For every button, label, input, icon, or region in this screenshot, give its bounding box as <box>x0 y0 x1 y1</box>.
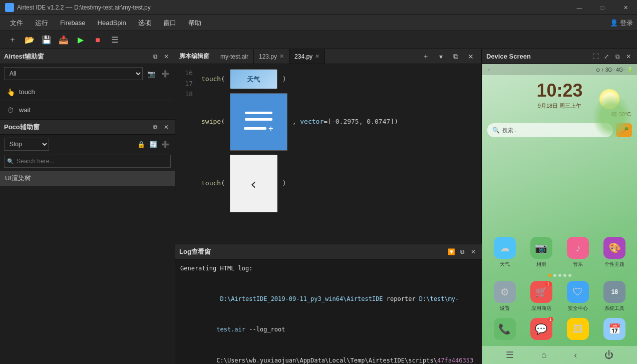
poco-search-wrap: 🔍 <box>4 155 171 168</box>
save-as-button[interactable]: 📥 <box>56 33 71 47</box>
airtest-add-btn[interactable]: ➕ <box>160 68 171 79</box>
phone-app-phone[interactable]: 📞 <box>491 318 518 342</box>
poco-refresh-btn[interactable]: 🔄 <box>148 139 159 150</box>
menu-headspin[interactable]: HeadSpin <box>92 17 132 29</box>
tab-my-test-air[interactable]: my-test.air <box>215 49 254 64</box>
phone-status-left: ··· <box>486 67 490 73</box>
poco-helper-close[interactable]: ✕ <box>162 123 171 132</box>
menu-options[interactable]: 选项 <box>132 17 157 30</box>
notification-badge: 1 <box>545 281 552 286</box>
device-screen-header: Device Screen ⛶ ⤢ ⧉ ✕ <box>482 49 637 64</box>
editor-restore[interactable]: ⧉ <box>449 50 462 63</box>
code-line-18: touch( ‹ ) <box>201 154 475 213</box>
album-app-icon: 📷 <box>530 237 552 259</box>
menu-file[interactable]: 文件 <box>4 17 29 30</box>
editor-close[interactable]: ✕ <box>464 50 477 63</box>
airtest-wait-item[interactable]: ⏱ wait <box>0 101 175 119</box>
minimize-button[interactable]: — <box>568 0 591 15</box>
nav-home-icon[interactable]: ⌂ <box>541 350 547 360</box>
nav-menu-icon[interactable]: ☰ <box>506 349 514 360</box>
phone-app-settings[interactable]: ⚙ 设置 <box>491 281 518 312</box>
script-editor-panel: 脚本编辑窗 my-test.air 123.py ✕ 234.py ✕ ＋ <box>175 49 482 244</box>
log-filter-btn[interactable]: 🔽 <box>447 247 456 256</box>
airtest-helper-controls: ⧉ ✕ <box>151 52 171 61</box>
device-screen-title: Device Screen <box>486 53 531 60</box>
phone-app-cal[interactable]: 📅 <box>601 318 628 342</box>
close-button[interactable]: ✕ <box>614 0 637 15</box>
code-content[interactable]: touch( 天气 ) swipe( <box>195 64 481 244</box>
login-label[interactable]: 登录 <box>620 19 633 28</box>
phone-apps-row3: 📞 💬 1 🖼 📅 <box>482 316 637 346</box>
phone-plant <box>592 94 632 139</box>
device-fullscreen-btn[interactable]: ⛶ <box>591 52 600 61</box>
poco-helper-restore[interactable]: ⧉ <box>151 123 160 132</box>
tab-123py-close[interactable]: ✕ <box>279 53 284 60</box>
page-indicator <box>482 274 637 277</box>
airtest-touch-item[interactable]: 👆 touch <box>0 83 175 101</box>
maximize-button[interactable]: □ <box>591 0 614 15</box>
device-screen-content: ··· ⊙ ↑ 3G·· 4G·· 🔋 10:23 9月18日 周三上午 晴 3… <box>482 64 637 364</box>
nav-back-icon[interactable]: ‹ <box>574 350 577 360</box>
screenshot-weather: 天气 <box>230 69 277 89</box>
airtest-helper-restore[interactable]: ⧉ <box>151 52 160 61</box>
search-icon-phone: 🔍 <box>492 127 500 134</box>
poco-helper-panel: Poco辅助窗 ⧉ ✕ Stop 🔒 🔄 ➕ 🔍 <box>0 120 175 364</box>
poco-mode-select[interactable]: Stop <box>4 138 49 151</box>
poco-lock-btn[interactable]: 🔒 <box>136 139 147 150</box>
touch-label: touch <box>19 88 35 96</box>
device-restore-btn[interactable]: ⧉ <box>613 52 622 61</box>
device-screen-panel: Device Screen ⛶ ⤢ ⧉ ✕ ··· ⊙ ↑ 3G·· 4G·· … <box>482 49 637 364</box>
line-numbers: 161718 <box>175 64 195 244</box>
weather-app-icon: ☁ <box>494 237 516 259</box>
tools-app-icon: 18 <box>603 281 625 303</box>
phone-app-theme[interactable]: 🎨 个性主题 <box>601 237 628 268</box>
toolbar: ＋ 📂 💾 📥 ▶ ■ ☰ <box>0 31 637 49</box>
phone-app-weather[interactable]: ☁ 天气 <box>491 237 518 268</box>
stop-button[interactable]: ■ <box>90 33 105 47</box>
nav-power-icon[interactable]: ⏻ <box>604 350 613 360</box>
phone-app-tools[interactable]: 18 系统工具 <box>601 281 628 312</box>
log-line-3: test.air --log_root <box>180 314 477 345</box>
phone-app-album[interactable]: 📷 相册 <box>527 237 555 268</box>
log-close-btn[interactable]: ✕ <box>469 247 478 256</box>
menu-firebase[interactable]: Firebase <box>54 17 92 29</box>
window-title: Airtest IDE v1.2.2 ~~ D:\test\my-test.ai… <box>17 4 151 11</box>
store-app-label: 应用商店 <box>531 305 551 312</box>
run-button[interactable]: ▶ <box>73 33 88 47</box>
open-file-button[interactable]: 📂 <box>22 33 37 47</box>
airtest-helper-close[interactable]: ✕ <box>162 52 171 61</box>
tab-menu-button[interactable]: ▾ <box>434 50 447 63</box>
tab-234py[interactable]: 234.py ✕ <box>289 49 325 64</box>
center-panel: 脚本编辑窗 my-test.air 123.py ✕ 234.py ✕ ＋ <box>175 49 482 364</box>
log-restore-btn[interactable]: ⧉ <box>458 247 467 256</box>
new-file-button[interactable]: ＋ <box>5 33 20 47</box>
theme-app-label: 个性主题 <box>604 261 624 268</box>
phone-app-music[interactable]: ♪ 音乐 <box>564 237 592 268</box>
phone-app-gallery[interactable]: 🖼 <box>564 318 592 342</box>
phone-app-security[interactable]: 🛡 安全中心 <box>564 281 592 312</box>
phone-app-phone-icon: 📞 <box>494 318 516 340</box>
editor-tab-actions: ＋ ▾ ⧉ ✕ <box>419 50 477 63</box>
tab-123py[interactable]: 123.py ✕ <box>254 49 289 64</box>
ui-tree-item[interactable]: UI渲染树 <box>0 171 175 186</box>
device-close-btn[interactable]: ✕ <box>624 52 633 61</box>
poco-search-input[interactable] <box>4 155 171 168</box>
menu-extra-button[interactable]: ☰ <box>107 33 122 47</box>
menu-window[interactable]: 窗口 <box>157 17 182 30</box>
title-bar: Airtest IDE v1.2.2 ~~ D:\test\my-test.ai… <box>0 0 637 15</box>
airtest-filter-select[interactable]: All <box>4 67 143 80</box>
airtest-screenshot-btn[interactable]: 📷 <box>146 68 157 79</box>
poco-helper-title: Poco辅助窗 <box>4 123 40 132</box>
log-panel: Log查看窗 🔽 ⧉ ✕ Generating HTML log: D:\Air… <box>175 244 482 364</box>
poco-add-btn[interactable]: ➕ <box>160 139 171 150</box>
menu-help[interactable]: 帮助 <box>182 17 207 30</box>
save-button[interactable]: 💾 <box>39 33 54 47</box>
phone-app-store[interactable]: 🛒 1 应用商店 <box>527 281 555 312</box>
device-fit-btn[interactable]: ⤢ <box>602 52 611 61</box>
log-line-2: D:\AirtestIDE_2019-09-11_py3_win64\Airte… <box>180 284 477 314</box>
touch-icon: 👆 <box>6 88 15 97</box>
phone-app-msg[interactable]: 💬 1 <box>527 318 555 342</box>
tab-234py-close[interactable]: ✕ <box>315 53 320 60</box>
menu-run[interactable]: 运行 <box>29 17 54 30</box>
add-tab-button[interactable]: ＋ <box>419 50 432 63</box>
